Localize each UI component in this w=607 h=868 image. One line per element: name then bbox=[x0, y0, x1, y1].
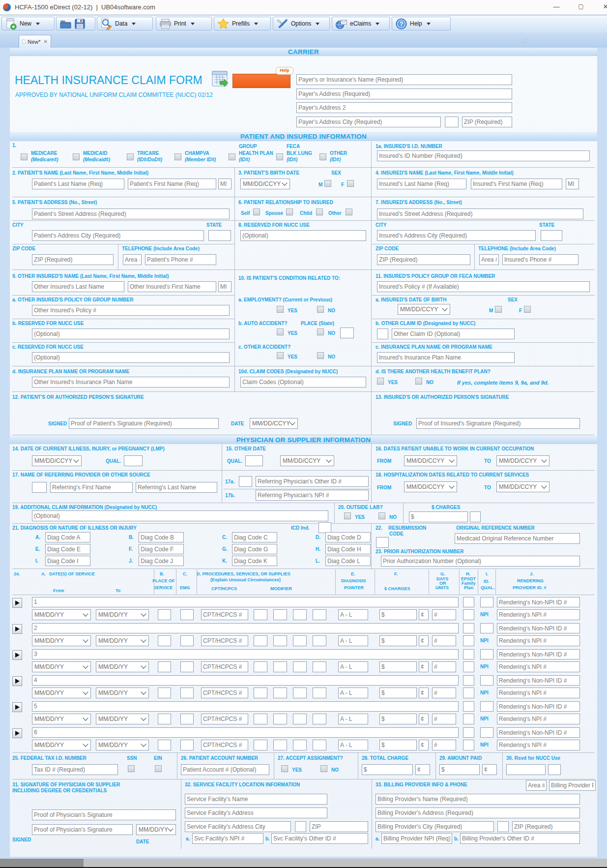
charges-cent-field[interactable] bbox=[419, 635, 429, 646]
id-qual-field[interactable] bbox=[480, 649, 493, 659]
ein-checkbox[interactable] bbox=[155, 765, 162, 772]
insured-state-field[interactable] bbox=[541, 230, 562, 241]
facility-city-field[interactable] bbox=[185, 821, 291, 832]
charges-cent-field[interactable] bbox=[419, 609, 429, 620]
ssn-checkbox[interactable] bbox=[128, 765, 135, 772]
cpt-hcpcs-field[interactable] bbox=[201, 688, 248, 698]
referring-first-name-field[interactable] bbox=[50, 482, 133, 493]
modifier3-field[interactable] bbox=[293, 661, 307, 672]
charges-cent-field[interactable] bbox=[419, 661, 429, 672]
eclaims-button[interactable]: eClaims bbox=[332, 17, 390, 30]
unable-work-from-select[interactable]: MM/DD/CCYY bbox=[404, 455, 457, 466]
another-plan-yes-checkbox[interactable] bbox=[377, 378, 384, 385]
tax-id-field[interactable] bbox=[32, 764, 118, 775]
id-qual-field[interactable] bbox=[480, 623, 493, 633]
facility-address-field[interactable] bbox=[185, 808, 327, 818]
id-qual-field[interactable] bbox=[480, 701, 493, 712]
rsvd-nucc-field2[interactable] bbox=[548, 764, 561, 775]
rel-self-checkbox[interactable] bbox=[253, 209, 260, 215]
epsdt-field[interactable] bbox=[463, 649, 474, 659]
place-of-service-field[interactable] bbox=[158, 635, 171, 646]
diagnosis-pointer-field[interactable] bbox=[338, 714, 368, 724]
modifier1-field[interactable] bbox=[254, 740, 267, 750]
facility-other-id-field[interactable] bbox=[271, 833, 368, 844]
physician-signature-field[interactable] bbox=[32, 809, 176, 820]
charges-dollar-field[interactable] bbox=[379, 688, 417, 698]
id-qual-field[interactable] bbox=[480, 727, 493, 738]
scrollbar-thumb[interactable] bbox=[0, 859, 84, 867]
cpt-hcpcs-field[interactable] bbox=[201, 609, 248, 620]
charges-cent-field[interactable] bbox=[419, 740, 429, 750]
insured-phone-field[interactable] bbox=[502, 254, 578, 265]
diag-code-field[interactable] bbox=[232, 544, 277, 554]
new-button[interactable]: New bbox=[1, 17, 55, 30]
facility-zip-field[interactable] bbox=[310, 821, 368, 832]
service-line-select-button[interactable] bbox=[12, 702, 22, 712]
service-from-date-select[interactable]: MM/DD/YY bbox=[32, 661, 91, 672]
horizontal-scrollbar[interactable] bbox=[0, 859, 607, 867]
epsdt-plan-field[interactable] bbox=[463, 688, 474, 698]
minimize-button[interactable]: — bbox=[549, 3, 563, 10]
modifier2-field[interactable] bbox=[273, 609, 287, 620]
cpt-hcpcs-field[interactable] bbox=[201, 661, 248, 672]
payer-quick-button[interactable] bbox=[232, 74, 290, 88]
rendering-non-npi-field[interactable] bbox=[497, 597, 580, 607]
rendering-npi-field[interactable] bbox=[497, 714, 580, 724]
insured-sex-m-checkbox[interactable] bbox=[495, 306, 502, 313]
modifier2-field[interactable] bbox=[273, 714, 287, 724]
outside-lab-no-checkbox[interactable] bbox=[378, 512, 385, 519]
help-button[interactable]: ? Help bbox=[392, 17, 451, 30]
claim-codes-field[interactable] bbox=[240, 377, 366, 388]
calendar-export-icon[interactable] bbox=[212, 70, 229, 88]
plan-checkbox-tricare[interactable] bbox=[127, 153, 134, 160]
physician-sig-date-select[interactable]: MM/DD/YY bbox=[136, 824, 176, 835]
charges-cent-field[interactable] bbox=[419, 714, 429, 724]
outside-lab-charges-field[interactable] bbox=[409, 511, 468, 522]
insured-city-field[interactable] bbox=[377, 230, 536, 241]
patient-street-field[interactable] bbox=[32, 209, 230, 219]
help-dropdown-arrow[interactable] bbox=[427, 23, 431, 25]
payer-address-field[interactable] bbox=[296, 89, 512, 99]
diag-code-field[interactable] bbox=[232, 556, 277, 566]
open-folder-icon[interactable] bbox=[59, 18, 72, 30]
facility-name-field[interactable] bbox=[185, 794, 327, 805]
tab-close-icon[interactable]: ✕ bbox=[44, 39, 48, 44]
modifier1-field[interactable] bbox=[254, 688, 267, 698]
auto-accident-yes-checkbox[interactable] bbox=[277, 329, 284, 335]
service-from-date-select[interactable]: MM/DD/YY bbox=[32, 688, 91, 698]
insured-plan-name-field[interactable] bbox=[377, 352, 515, 363]
hospitalization-from-select[interactable]: MM/DD/CCYY bbox=[404, 481, 457, 492]
box15-qual-field[interactable] bbox=[245, 455, 263, 466]
service-from-date-select[interactable]: MM/DD/YY bbox=[32, 714, 91, 724]
auto-accident-no-checkbox[interactable] bbox=[317, 329, 324, 335]
prior-auth-field[interactable] bbox=[381, 556, 580, 567]
other-claim-qualifier-field[interactable] bbox=[377, 329, 388, 339]
epsdt-field[interactable] bbox=[463, 701, 474, 712]
rendering-non-npi-field[interactable] bbox=[497, 623, 580, 633]
patient-city-field[interactable] bbox=[32, 230, 204, 241]
patient-state-field[interactable] bbox=[208, 230, 231, 241]
billing-city-field[interactable] bbox=[376, 821, 494, 832]
diag-code-field[interactable] bbox=[232, 532, 277, 542]
rel-child-checkbox[interactable] bbox=[316, 209, 323, 215]
service-line-number-field[interactable]: 2 bbox=[32, 623, 459, 633]
epsdt-field[interactable] bbox=[463, 675, 474, 686]
days-units-field[interactable] bbox=[432, 609, 456, 620]
billing-area-code-field[interactable] bbox=[526, 780, 547, 791]
place-of-service-field[interactable] bbox=[158, 740, 171, 750]
print-button[interactable]: Print bbox=[156, 17, 212, 30]
resubmission-code-field[interactable] bbox=[376, 537, 389, 548]
billing-name-field[interactable] bbox=[376, 794, 580, 805]
insured-street-field[interactable] bbox=[377, 209, 583, 219]
insured-mi-field[interactable] bbox=[566, 179, 579, 189]
epsdt-plan-field[interactable] bbox=[463, 714, 474, 724]
box9c-field[interactable] bbox=[32, 352, 230, 363]
patient-signature-field[interactable] bbox=[69, 418, 219, 429]
favorite-heart-icon[interactable]: ♡ bbox=[522, 37, 528, 45]
payer-state-field[interactable] bbox=[445, 117, 459, 127]
service-line-number-field[interactable]: 5 bbox=[32, 701, 459, 712]
diag-code-field[interactable] bbox=[45, 556, 90, 566]
epsdt-field[interactable] bbox=[463, 597, 474, 607]
epsdt-plan-field[interactable] bbox=[463, 661, 474, 672]
modifier2-field[interactable] bbox=[273, 635, 287, 646]
